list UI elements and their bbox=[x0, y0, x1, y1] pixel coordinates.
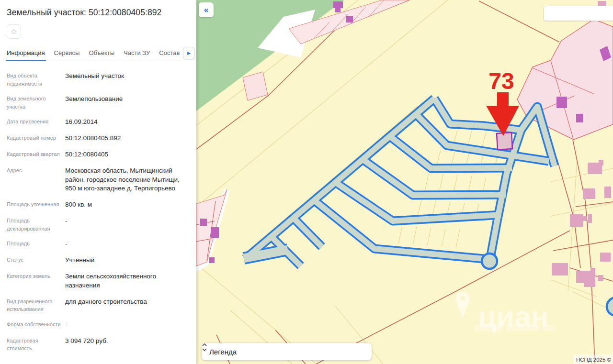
field-value: 3 094 720 руб. bbox=[65, 337, 190, 353]
field-row: Дата присвоения16.09.2014 bbox=[7, 118, 190, 127]
sort-chevrons-icon bbox=[202, 343, 207, 352]
field-label: Форма собственности bbox=[7, 320, 65, 330]
double-chevron-left-icon: « bbox=[204, 5, 208, 14]
tab-composition[interactable]: Состав bbox=[159, 49, 180, 61]
field-label: Категория земель bbox=[7, 272, 65, 290]
chevron-right-icon: ▶ bbox=[187, 51, 191, 55]
field-label: Площадь bbox=[7, 240, 65, 249]
favorite-button[interactable]: ☆ bbox=[7, 24, 21, 39]
field-row: АдресМосковская область, Мытищинский рай… bbox=[7, 166, 190, 194]
field-label: Статус bbox=[7, 256, 65, 265]
field-row: Вид объекта недвижимостиЗемельный участо… bbox=[7, 72, 190, 88]
tab-information[interactable]: Информация bbox=[7, 49, 45, 61]
field-value: 50:12:0080405 bbox=[65, 150, 190, 159]
field-label: Кадастровый квартал bbox=[7, 150, 65, 159]
field-row: Площадь- bbox=[7, 240, 190, 249]
marker-arrow-shaft bbox=[497, 92, 509, 107]
field-row: СтатусУчтенный bbox=[7, 256, 190, 265]
field-value: 16.09.2014 bbox=[65, 118, 190, 127]
field-label: Кадастровый номер bbox=[7, 134, 65, 143]
field-value: - bbox=[65, 320, 190, 330]
page-title: Земельный участок: 50:12:0080405:892 bbox=[7, 8, 190, 18]
marker-number: 73 bbox=[488, 68, 514, 94]
field-value: Землепользование bbox=[65, 95, 190, 110]
field-value: Земли сельскохозяйственного назначения bbox=[65, 272, 190, 290]
tab-objects[interactable]: Объекты bbox=[89, 49, 114, 61]
field-value: Земельный участок bbox=[65, 72, 190, 88]
field-label: Вид объекта недвижимости bbox=[7, 72, 65, 88]
field-value: - bbox=[65, 240, 190, 249]
app: Земельный участок: 50:12:0080405:892 ☆ И… bbox=[0, 0, 613, 364]
field-row: Вид земельного участкаЗемлепользование bbox=[7, 95, 190, 110]
tab-parcel-parts[interactable]: Части ЗУ bbox=[124, 49, 150, 61]
field-row: Кадастровый квартал50:12:0080405 bbox=[7, 150, 190, 159]
search-input[interactable] bbox=[544, 6, 613, 21]
field-value: Учтенный bbox=[65, 256, 190, 265]
attribution-text: НСПД 2025 © bbox=[576, 357, 612, 363]
field-row: Площадь уточненная800 кв. м bbox=[7, 200, 190, 210]
field-value: 800 кв. м bbox=[65, 200, 190, 210]
field-row: Площадь декларированная- bbox=[7, 217, 190, 232]
tab-bar: Информация Сервисы Объекты Части ЗУ Сост… bbox=[7, 45, 196, 61]
legend-label: Легенда bbox=[209, 348, 365, 356]
field-row: Категория земельЗемли сельскохозяйственн… bbox=[7, 272, 190, 290]
field-value: Московская область, Мытищинский район, г… bbox=[65, 166, 190, 194]
cul-de-sac bbox=[482, 254, 497, 269]
selected-parcel-highlight[interactable] bbox=[497, 132, 512, 150]
field-label: Площадь уточненная bbox=[7, 200, 65, 210]
parcel-info-panel: Земельный участок: 50:12:0080405:892 ☆ И… bbox=[0, 0, 196, 364]
field-list: Вид объекта недвижимостиЗемельный участо… bbox=[7, 72, 190, 353]
star-icon: ☆ bbox=[11, 27, 17, 35]
field-row: Кадастровый номер50:12:0080405:892 bbox=[7, 134, 190, 143]
field-label: Дата присвоения bbox=[7, 118, 65, 127]
map-canvas[interactable]: 73 циан НСПД 2025 © bbox=[196, 0, 613, 364]
field-value: 50:12:0080405:892 bbox=[65, 134, 190, 143]
tabs-overflow-button[interactable]: ▶ bbox=[183, 47, 195, 59]
map-attribution: НСПД 2025 © bbox=[574, 354, 613, 364]
field-label: Вид разрешенного использования bbox=[7, 298, 65, 313]
field-value: - bbox=[65, 217, 190, 232]
field-label: Площадь декларированная bbox=[7, 217, 65, 232]
legend-toggle[interactable]: Легенда bbox=[202, 343, 372, 360]
field-row: Вид разрешенного использованиядля дачног… bbox=[7, 298, 190, 313]
field-label: Кадастровая стоимость bbox=[7, 337, 65, 353]
collapse-panel-button[interactable]: « bbox=[199, 2, 214, 17]
tab-services[interactable]: Сервисы bbox=[54, 49, 80, 61]
field-row: Кадастровая стоимость3 094 720 руб. bbox=[7, 337, 190, 353]
field-value: для дачного строительства bbox=[65, 298, 190, 313]
field-label: Адрес bbox=[7, 166, 65, 194]
field-label: Вид земельного участка bbox=[7, 95, 65, 110]
field-row: Форма собственности- bbox=[7, 320, 190, 330]
